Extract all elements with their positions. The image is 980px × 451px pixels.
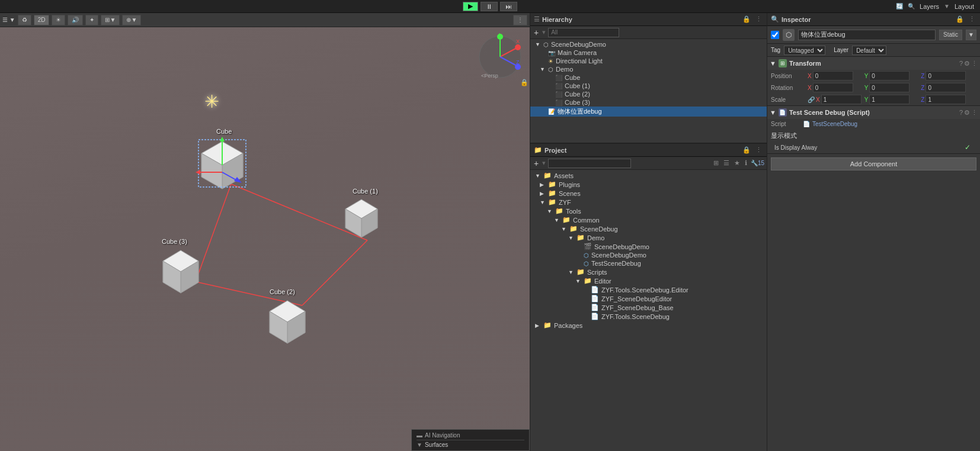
scene-tool-2d[interactable]: 2D [34, 15, 50, 25]
scale-x-input[interactable] [821, 95, 861, 104]
add-component-button[interactable]: Add Component [771, 157, 976, 170]
static-arrow-button[interactable]: ▼ [966, 30, 976, 40]
scene-tool-audio[interactable]: 🔊 [68, 15, 83, 25]
project-view-btn3[interactable]: ★ [733, 159, 741, 167]
hierarchy-item-cube3[interactable]: ⬛ Cube (3) [530, 98, 767, 107]
project-scenedebugedmo-file[interactable]: 🎬 SceneDebugDemo [530, 242, 767, 251]
scene-canvas[interactable]: ✳ [0, 27, 530, 451]
project-plugins[interactable]: ▶ 📁 Plugins [530, 180, 767, 189]
script-component-header[interactable]: ▼ 📄 Test Scene Debug (Script) ? ⚙ ⋮ [767, 106, 980, 119]
inspector-panel: 🔍 Inspector 🔒 ⋮ ⬡ Static ▼ Tag Untagged … [767, 13, 980, 451]
hierarchy-item-cube[interactable]: ⬛ Cube [530, 73, 767, 82]
scene-tool-light[interactable]: ☀ [52, 15, 65, 25]
project-lock-btn[interactable]: 🔒 [741, 146, 752, 154]
scene-gizmo[interactable]: X Y Z <Persp [476, 33, 524, 80]
rotation-z-cell: Z [921, 83, 976, 92]
project-view-btn2[interactable]: ☰ [722, 159, 731, 167]
hierarchy-item-directionallight[interactable]: ☀ Directional Light [530, 57, 767, 65]
hierarchy-item-cube1[interactable]: ⬛ Cube (1) [530, 82, 767, 90]
project-common[interactable]: ▼ 📁 Common [530, 215, 767, 224]
rotation-x-input[interactable] [813, 83, 853, 92]
scene-lock-icon[interactable]: 🔒 [520, 79, 529, 86]
project-add-btn[interactable]: + [533, 159, 540, 168]
position-z-input[interactable] [925, 71, 966, 80]
position-y-input[interactable] [869, 71, 909, 80]
obj-icon: ⬡ [783, 29, 795, 41]
obj-name-input[interactable] [798, 30, 936, 40]
scene-menu-btn[interactable]: ⋮ [513, 15, 527, 25]
transform-info-btn[interactable]: ? [959, 60, 963, 67]
rotation-z-input[interactable] [925, 83, 966, 92]
hierarchy-menu-btn[interactable]: ⋮ [754, 15, 763, 23]
obj-active-checkbox[interactable] [771, 31, 779, 39]
project-assets[interactable]: ▼ 📁 Assets [530, 171, 767, 180]
project-editor[interactable]: ▼ 📁 Editor [530, 276, 767, 285]
project-tools[interactable]: ▼ 📁 Tools [530, 207, 767, 215]
transform-menu-btn[interactable]: ⋮ [971, 60, 978, 67]
rotation-z-axis: Z [921, 85, 924, 91]
static-button[interactable]: Static [939, 30, 962, 40]
cube1[interactable]: Cube (1) [341, 196, 382, 239]
project-view-btn1[interactable]: ⊞ [712, 159, 720, 167]
transform-settings-btn[interactable]: ⚙ [964, 60, 970, 67]
scale-z-input[interactable] [925, 95, 966, 104]
play-button[interactable]: ▶ [463, 2, 478, 11]
rotation-y-input[interactable] [869, 83, 909, 92]
script-value[interactable]: TestSceneDebug [812, 121, 976, 127]
cube3-svg [157, 246, 204, 294]
project-zyf-scenedebug-base[interactable]: 📄 ZYF_SceneDebug_Base [530, 303, 767, 312]
hierarchy-item-maincamera[interactable]: 📷 Main Camera [530, 49, 767, 57]
hierarchy-lock-btn[interactable]: 🔒 [741, 15, 752, 23]
hierarchy-item-cube2[interactable]: ⬛ Cube (2) [530, 90, 767, 98]
main-cube[interactable]: Cube [196, 137, 249, 191]
script-settings-btn[interactable]: ⚙ [964, 109, 970, 117]
project-zyf[interactable]: ▼ 📁 ZYF [530, 198, 767, 207]
inspector-lock-btn[interactable]: 🔒 [955, 15, 965, 23]
hierarchy-add-btn[interactable]: + [533, 28, 540, 37]
project-view-btn4[interactable]: ℹ [744, 159, 748, 167]
hierarchy-item-wutiweizhi[interactable]: 📝 物体位置debug [530, 107, 767, 117]
project-scripts[interactable]: ▼ 📁 Scripts [530, 268, 767, 276]
project-scenes[interactable]: ▶ 📁 Scenes [530, 189, 767, 198]
project-menu-btn[interactable]: ⋮ [754, 146, 763, 154]
ai-nav-panel: ▬ AI Navigation ▼ Surfaces [411, 429, 530, 451]
project-testscenedebug[interactable]: ⬡ TestSceneDebug [530, 259, 767, 268]
project-search[interactable] [548, 159, 631, 168]
script-info-btn[interactable]: ? [959, 109, 963, 117]
svg-line-1 [302, 240, 367, 305]
project-scenedebugedmo-prefab[interactable]: ⬡ SceneDebugDemo [530, 251, 767, 259]
transform-header[interactable]: ▼ ⊞ Transform ? ⚙ ⋮ [767, 57, 980, 70]
scale-x-cell: 🔗 X [808, 95, 863, 104]
project-panel: 📁 Project 🔒 ⋮ + ▾ ⊞ ☰ ★ ℹ 🔧15 ▼ [530, 143, 767, 451]
cube3-label: Cube (3) [162, 238, 187, 245]
svg-text:Z: Z [516, 59, 520, 65]
main-cube-svg [196, 137, 249, 190]
project-header: 📁 Project 🔒 ⋮ [530, 144, 767, 157]
project-zyf-tools-editor[interactable]: 📄 ZYF.Tools.SceneDebug.Editor [530, 285, 767, 294]
project-scenedebug[interactable]: ▼ 📁 SceneDebug [530, 224, 767, 233]
scene-tool-rotate[interactable]: ♻ [18, 15, 31, 25]
project-zyf-tools-scenedebug[interactable]: 📄 ZYF.Tools.SceneDebug [530, 312, 767, 321]
scene-tool-display[interactable]: ⊞▼ [101, 15, 120, 25]
scale-y-input[interactable] [869, 95, 909, 104]
script-menu-btn[interactable]: ⋮ [971, 109, 978, 117]
scene-tool-effects[interactable]: ✦ [85, 15, 98, 25]
project-packages[interactable]: ▶ 📁 Packages [530, 321, 767, 330]
scene-lines [0, 27, 530, 451]
layer-select[interactable]: Default [852, 46, 886, 55]
project-zyf-scenedebug-editor[interactable]: 📄 ZYF_SceneDebugEditor [530, 294, 767, 303]
inspector-menu-btn[interactable]: ⋮ [968, 15, 976, 23]
scene-tool-gizmo[interactable]: ⊕▼ [122, 15, 141, 25]
step-button[interactable]: ⏭ [500, 2, 517, 11]
project-demo-folder[interactable]: ▼ 📁 Demo [530, 233, 767, 242]
cube2[interactable]: Cube (2) [264, 297, 311, 345]
hierarchy-item-demo[interactable]: ▼ ⬡ Demo [530, 65, 767, 73]
position-x-input[interactable] [813, 71, 853, 80]
tag-select[interactable]: Untagged [784, 46, 825, 55]
pause-button[interactable]: ⏸ [481, 2, 498, 11]
hierarchy-item-scenedebugedmo[interactable]: ▼ ⬡ SceneDebugDemo [530, 40, 767, 49]
cube3[interactable]: Cube (3) [157, 246, 204, 295]
rotation-y-axis: Y [864, 85, 869, 91]
display-alway-value[interactable]: ✓ [965, 143, 976, 152]
hierarchy-search[interactable] [548, 28, 619, 37]
